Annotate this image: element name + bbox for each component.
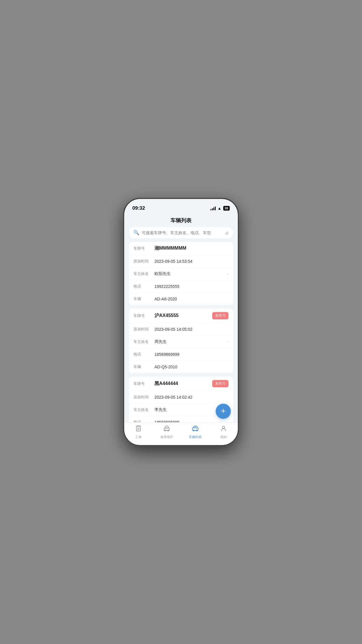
- plate-value: 湘MMMMMMM: [154, 245, 229, 251]
- tab-item-车辆列表[interactable]: 车辆列表: [181, 425, 210, 439]
- status-badge: 未学习: [212, 380, 229, 387]
- owner-label: 车主姓名: [133, 271, 154, 276]
- filter-icon[interactable]: ⊿: [225, 230, 229, 235]
- chevron-right-icon: ›: [227, 272, 229, 276]
- status-time: 09:32: [132, 205, 145, 211]
- time-row: 添加时间 2023-09-05 14:02:42: [129, 391, 233, 404]
- tab-icon-工单: [135, 425, 142, 434]
- plate-row: 车牌号 湘MMMMMMM: [129, 242, 233, 255]
- svg-point-15: [222, 426, 225, 428]
- tab-item-我的[interactable]: 我的: [210, 425, 238, 439]
- tab-icon-我的: [220, 425, 227, 434]
- owner-row[interactable]: 车主姓名 欧阳先生 ›: [129, 268, 233, 280]
- status-badge: 未学习: [212, 312, 229, 319]
- owner-row[interactable]: 车主姓名 周先生 ›: [129, 336, 233, 348]
- phone-row: 电话 18589869999: [129, 348, 233, 361]
- tab-item-保养维护[interactable]: 保养维护: [153, 425, 181, 439]
- tab-label-车辆列表: 车辆列表: [189, 435, 202, 439]
- owner-value: 李先生: [154, 407, 225, 412]
- phone-label: 电话: [133, 420, 154, 422]
- tab-icon-车辆列表: [192, 425, 199, 434]
- time-label: 添加时间: [133, 395, 154, 400]
- phone-screen: 09:32 ▲ 99 车辆列表 🔍 ⊿: [124, 199, 238, 445]
- car-row: 车辆 AD-Q5-2010: [129, 361, 233, 373]
- plate-row: 车牌号 黑A444444 未学习: [129, 377, 233, 391]
- car-label: 车辆: [133, 364, 154, 370]
- search-bar[interactable]: 🔍 ⊿: [129, 227, 233, 238]
- time-row: 添加时间 2023-09-05 14:53:54: [129, 255, 233, 268]
- plate-label: 车牌号: [133, 313, 154, 318]
- phone-row: 电话 19922225555: [129, 280, 233, 293]
- vehicle-list: 车牌号 湘MMMMMMM 添加时间 2023-09-05 14:53:54 车主…: [124, 242, 238, 422]
- add-vehicle-button[interactable]: +: [216, 404, 231, 419]
- owner-value: 欧阳先生: [154, 271, 225, 276]
- time-value: 2023-09-05 14:02:42: [154, 395, 229, 400]
- search-input[interactable]: [142, 230, 225, 235]
- time-label: 添加时间: [133, 327, 154, 332]
- car-row: 车辆 AD-A6-2020: [129, 293, 233, 305]
- search-icon: 🔍: [133, 230, 139, 235]
- car-value: AD-A6-2020: [154, 297, 229, 301]
- phone-row: 电话 18589696999: [129, 416, 233, 422]
- tab-label-工单: 工单: [135, 435, 142, 439]
- battery-badge: 99: [223, 206, 230, 211]
- phone-frame: 09:32 ▲ 99 车辆列表 🔍 ⊿: [124, 199, 238, 445]
- owner-label: 车主姓名: [133, 407, 154, 412]
- tab-bar: 工单保养维护车辆列表我的: [124, 422, 238, 445]
- chevron-right-icon: ›: [227, 340, 229, 344]
- signal-bars-icon: [210, 206, 216, 210]
- plate-row: 车牌号 沪AX45555 未学习: [129, 309, 233, 323]
- page-title: 车辆列表: [171, 218, 191, 223]
- add-icon: +: [221, 407, 226, 415]
- tab-label-我的: 我的: [220, 435, 227, 439]
- status-bar: 09:32 ▲ 99: [124, 199, 238, 214]
- phone-label: 电话: [133, 352, 154, 357]
- plate-value: 沪AX45555: [154, 313, 210, 319]
- time-label: 添加时间: [133, 259, 154, 264]
- svg-rect-3: [138, 426, 139, 427]
- wifi-icon: ▲: [217, 206, 222, 211]
- time-value: 2023-09-05 14:53:54: [154, 259, 229, 264]
- plate-label: 车牌号: [133, 381, 154, 386]
- phone-value: 18589696999: [154, 420, 229, 422]
- vehicle-card[interactable]: 车牌号 湘MMMMMMM 添加时间 2023-09-05 14:53:54 车主…: [129, 242, 233, 305]
- tab-icon-保养维护: [163, 425, 170, 434]
- plate-label: 车牌号: [133, 246, 154, 251]
- car-value: AD-Q5-2010: [154, 365, 229, 369]
- tab-item-工单[interactable]: 工单: [124, 425, 153, 439]
- owner-value: 周先生: [154, 339, 225, 344]
- car-label: 车辆: [133, 296, 154, 302]
- phone-value: 18589869999: [154, 352, 229, 357]
- plate-value: 黑A444444: [154, 381, 210, 387]
- owner-label: 车主姓名: [133, 339, 154, 344]
- time-row: 添加时间 2023-09-05 14:05:02: [129, 323, 233, 336]
- phone-value: 19922225555: [154, 284, 229, 289]
- main-content: 车辆列表 🔍 ⊿ 车牌号 湘MMMMMMM 添加时间 2023-09-05 14…: [124, 214, 238, 422]
- status-icons: ▲ 99: [210, 206, 230, 211]
- page-header: 车辆列表: [124, 214, 238, 227]
- phone-label: 电话: [133, 284, 154, 289]
- time-value: 2023-09-05 14:05:02: [154, 327, 229, 332]
- vehicle-card[interactable]: 车牌号 沪AX45555 未学习 添加时间 2023-09-05 14:05:0…: [129, 309, 233, 373]
- tab-label-保养维护: 保养维护: [160, 435, 173, 439]
